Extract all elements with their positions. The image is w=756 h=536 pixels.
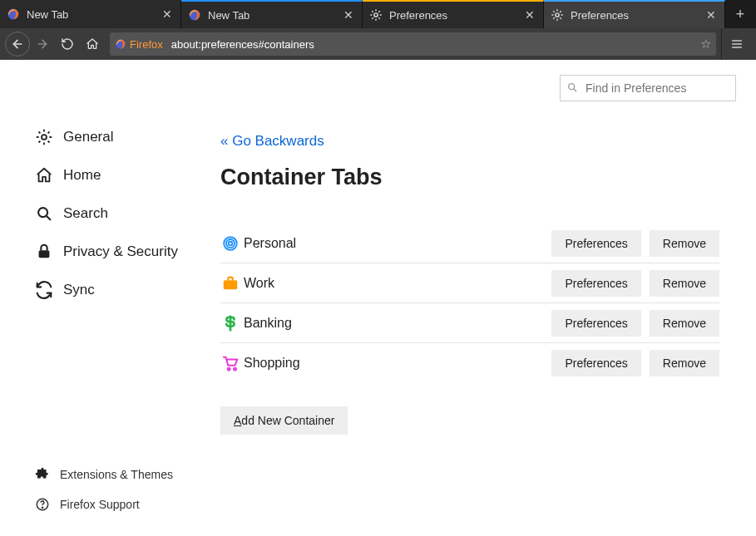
- url-bar[interactable]: Firefox about:preferences#containers ☆: [110, 32, 716, 56]
- tab-label: New Tab: [208, 9, 342, 22]
- container-list: Personal Preferences Remove Work Prefere…: [220, 224, 719, 383]
- firefox-icon: [188, 8, 201, 22]
- tab-label: Preferences: [571, 9, 704, 22]
- close-icon[interactable]: ✕: [704, 8, 718, 22]
- sidebar-item-privacy[interactable]: Privacy & Security: [33, 233, 220, 271]
- container-remove-button[interactable]: Remove: [650, 230, 719, 257]
- tab-label: Preferences: [389, 9, 523, 22]
- gear-icon: [33, 126, 55, 148]
- gear-icon: [551, 8, 564, 22]
- home-button[interactable]: [80, 32, 105, 57]
- container-name: Shopping: [244, 356, 543, 371]
- svg-point-2: [374, 13, 378, 17]
- container-row-personal: Personal Preferences Remove: [220, 224, 719, 263]
- svg-point-15: [228, 368, 230, 371]
- tab-newtab-2[interactable]: New Tab ✕: [181, 0, 363, 28]
- svg-point-9: [42, 507, 42, 508]
- forward-button[interactable]: [30, 32, 55, 57]
- url-text: about:preferences#containers: [171, 38, 700, 51]
- close-icon[interactable]: ✕: [342, 8, 355, 22]
- sidebar-item-general[interactable]: General: [33, 118, 220, 156]
- sidebar-footer: Extensions & Themes Firefox Support: [33, 460, 220, 519]
- svg-point-5: [42, 135, 47, 140]
- home-icon: [33, 165, 55, 186]
- close-icon[interactable]: ✕: [161, 7, 174, 21]
- firefox-icon: [7, 7, 20, 21]
- close-icon[interactable]: ✕: [523, 8, 536, 22]
- container-preferences-button[interactable]: Preferences: [551, 350, 640, 376]
- sidebar-link-support[interactable]: Firefox Support: [33, 489, 220, 519]
- container-remove-button[interactable]: Remove: [650, 350, 719, 376]
- sidebar-link-label: Firefox Support: [60, 498, 140, 511]
- container-preferences-button[interactable]: Preferences: [551, 270, 640, 297]
- preferences-search-wrap: [560, 75, 736, 101]
- tab-strip: New Tab ✕ New Tab ✕ Preferences ✕ Prefer…: [0, 0, 756, 28]
- tab-preferences-2[interactable]: Preferences ✕: [544, 0, 725, 28]
- identity-box[interactable]: Firefox: [115, 38, 166, 51]
- gear-icon: [369, 8, 383, 22]
- tab-preferences-1[interactable]: Preferences ✕: [363, 0, 544, 28]
- container-remove-button[interactable]: Remove: [650, 270, 719, 297]
- bookmark-star-icon[interactable]: ☆: [700, 37, 711, 52]
- sidebar-item-label: General: [63, 129, 113, 145]
- container-row-work: Work Preferences Remove: [220, 263, 719, 303]
- svg-rect-14: [224, 280, 238, 289]
- main-pane: « Go Backwards Container Tabs Personal P…: [220, 60, 756, 536]
- sidebar-item-search[interactable]: Search: [33, 194, 220, 233]
- container-name: Work: [244, 276, 543, 291]
- add-container-button[interactable]: Add New Container: [220, 406, 348, 435]
- tab-label: New Tab: [27, 8, 161, 21]
- sidebar-item-sync[interactable]: Sync: [33, 271, 220, 309]
- sidebar: General Home Search Privacy & Security S…: [0, 60, 220, 536]
- svg-point-11: [229, 241, 233, 245]
- new-tab-button[interactable]: +: [725, 0, 755, 28]
- tab-newtab-1[interactable]: New Tab ✕: [0, 0, 181, 28]
- svg-rect-7: [39, 250, 50, 258]
- cart-icon: [220, 353, 240, 373]
- sidebar-item-label: Search: [63, 205, 108, 222]
- puzzle-icon: [33, 465, 52, 484]
- back-button[interactable]: [5, 32, 30, 57]
- container-preferences-button[interactable]: Preferences: [551, 230, 640, 257]
- container-remove-button[interactable]: Remove: [650, 310, 719, 337]
- content-area: General Home Search Privacy & Security S…: [0, 60, 756, 536]
- help-icon: [33, 495, 52, 514]
- search-icon: [33, 203, 55, 224]
- lock-icon: [33, 241, 55, 263]
- fingerprint-icon: [220, 234, 240, 253]
- container-row-shopping: Shopping Preferences Remove: [220, 343, 719, 383]
- search-icon: [566, 81, 578, 93]
- svg-point-16: [234, 368, 236, 371]
- briefcase-icon: [220, 273, 240, 293]
- sidebar-item-home[interactable]: Home: [33, 156, 220, 194]
- app-menu-button[interactable]: [721, 28, 751, 60]
- svg-point-3: [556, 13, 559, 17]
- nav-toolbar: Firefox about:preferences#containers ☆: [0, 28, 756, 60]
- container-name: Personal: [244, 236, 543, 251]
- sync-icon: [33, 279, 55, 301]
- svg-point-12: [226, 238, 235, 247]
- page-title: Container Tabs: [220, 165, 736, 190]
- container-row-banking: Banking Preferences Remove: [220, 303, 719, 343]
- container-name: Banking: [244, 316, 543, 331]
- go-back-link[interactable]: « Go Backwards: [220, 133, 736, 150]
- sidebar-item-label: Privacy & Security: [63, 243, 178, 260]
- sidebar-item-label: Home: [63, 167, 101, 184]
- firefox-icon: [115, 38, 126, 50]
- preferences-search-input[interactable]: [560, 75, 736, 101]
- dollar-icon: [220, 313, 240, 333]
- brand-label: Firefox: [130, 38, 163, 51]
- sidebar-item-label: Sync: [63, 282, 95, 298]
- container-preferences-button[interactable]: Preferences: [551, 310, 640, 337]
- sidebar-link-extensions[interactable]: Extensions & Themes: [33, 460, 220, 489]
- sidebar-link-label: Extensions & Themes: [60, 468, 173, 481]
- reload-button[interactable]: [55, 32, 80, 57]
